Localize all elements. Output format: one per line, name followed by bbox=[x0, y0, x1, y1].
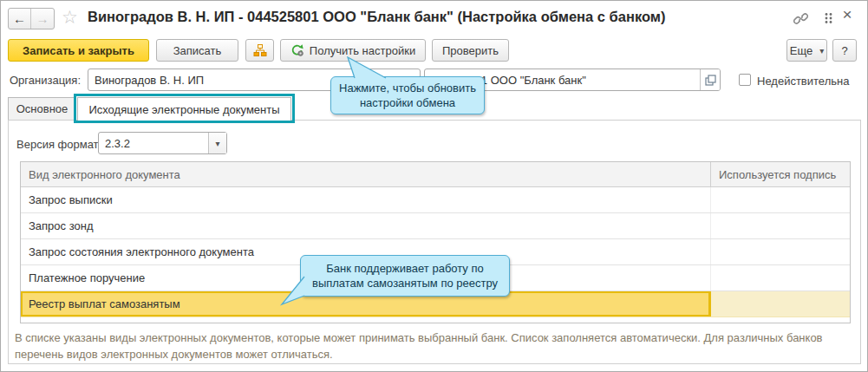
get-link-icon[interactable] bbox=[792, 10, 809, 26]
back-icon: ← bbox=[13, 11, 26, 26]
refresh-settings-icon bbox=[290, 43, 304, 57]
favorite-star-icon[interactable]: ☆ bbox=[62, 7, 78, 28]
document-types-table: Вид электронного документа Используется … bbox=[20, 161, 851, 323]
table-row[interactable]: Запрос зонд bbox=[21, 213, 850, 239]
format-version-value: 2.3.2 bbox=[99, 137, 136, 150]
signature-cell bbox=[711, 291, 850, 317]
select-dropdown-icon[interactable]: ▾ bbox=[208, 133, 226, 153]
check-button[interactable]: Проверить bbox=[432, 39, 509, 62]
org-structure-button[interactable] bbox=[245, 39, 274, 62]
table-header-row: Вид электронного документа Используется … bbox=[21, 162, 850, 187]
tab-outgoing-documents[interactable]: Исходящие электронные документы bbox=[77, 97, 291, 121]
organization-label: Организация: bbox=[10, 74, 81, 87]
more-actions-button[interactable]: Еще ▾ bbox=[786, 39, 827, 62]
save-and-close-button[interactable]: Записать и закрыть bbox=[8, 39, 149, 62]
tooltip-refresh-settings-text: Нажмите, чтобы обновить настройки обмена bbox=[338, 81, 477, 110]
tab-main[interactable]: Основное bbox=[8, 97, 76, 121]
format-version-label: Версия формата: bbox=[16, 138, 108, 151]
more-menu-icon[interactable] bbox=[819, 10, 837, 26]
get-settings-label: Получить настройки bbox=[310, 44, 415, 57]
close-icon[interactable]: × bbox=[839, 7, 856, 23]
invalid-checkbox[interactable] bbox=[739, 74, 751, 86]
save-button[interactable]: Записать bbox=[156, 39, 238, 62]
tooltip-self-employed-registry-text: Банк поддерживает работу по выплатам сам… bbox=[308, 261, 502, 290]
tooltip-refresh-settings: Нажмите, чтобы обновить настройки обмена bbox=[330, 76, 485, 114]
tab-outgoing-documents-label: Исходящие электронные документы bbox=[88, 103, 279, 116]
signature-cell bbox=[711, 239, 850, 264]
save-and-close-label: Записать и закрыть bbox=[23, 44, 134, 57]
organization-value: Виноградов В. Н. ИП bbox=[88, 74, 210, 87]
table-row[interactable]: Запрос выписки bbox=[21, 187, 850, 213]
back-button[interactable]: ← bbox=[9, 9, 31, 29]
signature-cell bbox=[711, 213, 850, 238]
save-label: Записать bbox=[173, 44, 222, 57]
table-footnote: В списке указаны виды электронных докуме… bbox=[15, 330, 852, 362]
nav-history-group: ← → bbox=[8, 8, 55, 29]
signature-cell bbox=[711, 187, 850, 212]
signature-cell bbox=[711, 265, 850, 290]
chevron-down-icon: ▾ bbox=[819, 46, 824, 55]
doc-type-cell: Запрос зонд bbox=[21, 213, 711, 238]
column-header-signature[interactable]: Используется подпись bbox=[711, 162, 850, 186]
tooltip-refresh-pointer bbox=[341, 56, 393, 79]
format-version-select[interactable]: 2.3.2 ▾ bbox=[98, 132, 227, 154]
bank-exchange-settings-window: ← → ☆ Виноградов В. Н. ИП - 044525801 ОО… bbox=[0, 0, 868, 372]
check-label: Проверить bbox=[442, 44, 499, 57]
forward-icon: → bbox=[36, 11, 49, 26]
org-structure-icon bbox=[253, 43, 267, 57]
tab-main-label: Основное bbox=[16, 102, 69, 115]
table-body: Запрос выпискиЗапрос зондЗапрос состояни… bbox=[21, 187, 850, 317]
titlebar: ← → ☆ Виноградов В. Н. ИП - 044525801 ОО… bbox=[1, 1, 867, 36]
forward-button[interactable]: → bbox=[31, 9, 54, 29]
open-field-button[interactable] bbox=[700, 69, 720, 90]
tooltip-registry-pointer bbox=[278, 273, 308, 308]
window-title: Виноградов В. Н. ИП - 044525801 ООО "Бла… bbox=[88, 9, 666, 25]
tooltip-self-employed-registry: Банк поддерживает работу по выплатам сам… bbox=[300, 255, 510, 297]
invalid-label: Недействительна bbox=[757, 75, 849, 88]
open-icon bbox=[705, 75, 716, 86]
help-label: ? bbox=[841, 44, 847, 57]
column-header-doc-type[interactable]: Вид электронного документа bbox=[21, 162, 711, 186]
more-actions-label: Еще bbox=[790, 44, 813, 57]
help-button[interactable]: ? bbox=[832, 39, 857, 62]
doc-type-cell: Запрос выписки bbox=[21, 187, 711, 212]
